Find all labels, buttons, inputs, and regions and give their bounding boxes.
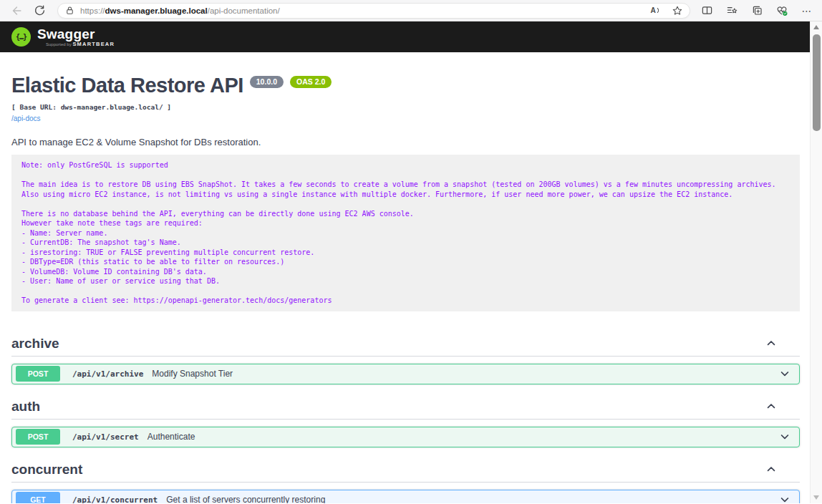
- operation-summary: Get a list of servers concurrently resto…: [166, 495, 325, 503]
- chevron-down-icon[interactable]: [779, 494, 790, 503]
- section-header-archive[interactable]: archive: [11, 336, 800, 357]
- api-info-section: Elastic Data Restore API 10.0.0 OAS 2.0 …: [0, 52, 810, 311]
- oas-badge: OAS 2.0: [290, 76, 332, 88]
- scrollbar-up-arrow-icon[interactable]: [813, 25, 819, 29]
- section-archive: archive POST /api/v1/archive Modify Snap…: [11, 336, 800, 384]
- chevron-down-icon[interactable]: [779, 431, 790, 442]
- swagger-page: {…} Swagger Supported by SMARTBEAR Elast…: [0, 21, 810, 503]
- swagger-brand: Swagger Supported by SMARTBEAR: [37, 27, 115, 47]
- opblock-post-secret[interactable]: POST /api/v1/secret Authenticate: [11, 427, 800, 447]
- page-scrollbar[interactable]: [810, 21, 822, 503]
- url-scheme: https://: [80, 6, 105, 15]
- section-title: auth: [11, 399, 40, 415]
- url-text: https://dws-manager.bluage.local/api-doc…: [80, 6, 647, 15]
- swagger-logo-icon: {…}: [11, 27, 31, 47]
- site-security-lock-icon[interactable]: [64, 5, 75, 16]
- favorites-icon[interactable]: [724, 3, 740, 19]
- split-screen-icon[interactable]: [699, 3, 715, 19]
- refresh-icon[interactable]: [32, 3, 47, 19]
- read-aloud-icon[interactable]: A: [647, 3, 662, 19]
- section-title: archive: [11, 336, 59, 352]
- method-badge: POST: [16, 429, 60, 445]
- method-badge: POST: [16, 366, 60, 382]
- swagger-brand-name: Swagger: [37, 26, 95, 42]
- sponsor-name: SMARTBEAR: [72, 41, 115, 47]
- operations-list: archive POST /api/v1/archive Modify Snap…: [0, 311, 810, 504]
- section-auth: auth POST /api/v1/secret Authenticate: [11, 399, 800, 447]
- chevron-up-icon[interactable]: [765, 400, 777, 412]
- section-header-auth[interactable]: auth: [11, 399, 800, 420]
- address-bar[interactable]: https://dws-manager.bluage.local/api-doc…: [57, 3, 690, 19]
- opblock-post-archive[interactable]: POST /api/v1/archive Modify Snapshot Tie…: [11, 364, 800, 384]
- api-description-block: Note: only PostGreSQL is supported The m…: [11, 155, 800, 311]
- operation-path: /api/v1/secret: [72, 432, 139, 442]
- section-concurrent: concurrent GET /api/v1/concurrent Get a …: [11, 462, 800, 504]
- refresh-glyph: [34, 4, 46, 16]
- page-title: Elastic Data Restore API: [11, 74, 243, 97]
- collections-icon[interactable]: [749, 3, 765, 19]
- api-tagline: API to manage EC2 & Volume Snapshot for …: [11, 137, 800, 147]
- read-aloud-glyph: A: [650, 6, 656, 14]
- section-title: concurrent: [11, 462, 82, 478]
- operation-summary: Modify Snapshot Tier: [152, 369, 233, 379]
- add-favorite-star-icon[interactable]: [669, 3, 685, 19]
- more-menu-icon[interactable]: ⋯: [799, 3, 815, 19]
- section-header-concurrent[interactable]: concurrent: [11, 462, 800, 483]
- url-path: /api-documentation/: [208, 6, 280, 15]
- scrollbar-down-arrow-icon[interactable]: [813, 495, 819, 500]
- toolbar-right-icons: ⋯: [699, 3, 815, 19]
- base-url-label: [ Base URL: dws-manager.bluage.local/ ]: [11, 103, 800, 111]
- chevron-down-icon[interactable]: [779, 368, 790, 379]
- swagger-topbar: {…} Swagger Supported by SMARTBEAR: [0, 21, 810, 52]
- browser-viewport: {…} Swagger Supported by SMARTBEAR Elast…: [0, 21, 822, 503]
- browser-toolbar: https://dws-manager.bluage.local/api-doc…: [0, 0, 822, 21]
- operation-path: /api/v1/archive: [72, 369, 143, 379]
- operation-path: /api/v1/concurrent: [72, 495, 158, 504]
- supported-by-label: Supported by: [46, 42, 72, 47]
- chevron-up-icon[interactable]: [765, 337, 777, 349]
- opblock-get-concurrent[interactable]: GET /api/v1/concurrent Get a list of ser…: [11, 490, 800, 504]
- scrollbar-thumb[interactable]: [813, 34, 821, 131]
- more-menu-glyph: ⋯: [802, 7, 813, 14]
- swagger-sponsor-line: Supported by SMARTBEAR: [37, 42, 115, 47]
- operation-summary: Authenticate: [148, 432, 195, 442]
- spec-link[interactable]: /api-docs: [11, 115, 41, 122]
- method-badge: GET: [16, 492, 60, 503]
- url-host: dws-manager.bluage.local: [105, 6, 208, 15]
- chevron-up-icon[interactable]: [765, 463, 777, 475]
- back-icon[interactable]: [9, 3, 24, 19]
- back-arrow-glyph: [10, 4, 23, 17]
- version-badge: 10.0.0: [250, 76, 284, 88]
- browser-essentials-icon[interactable]: [774, 3, 790, 19]
